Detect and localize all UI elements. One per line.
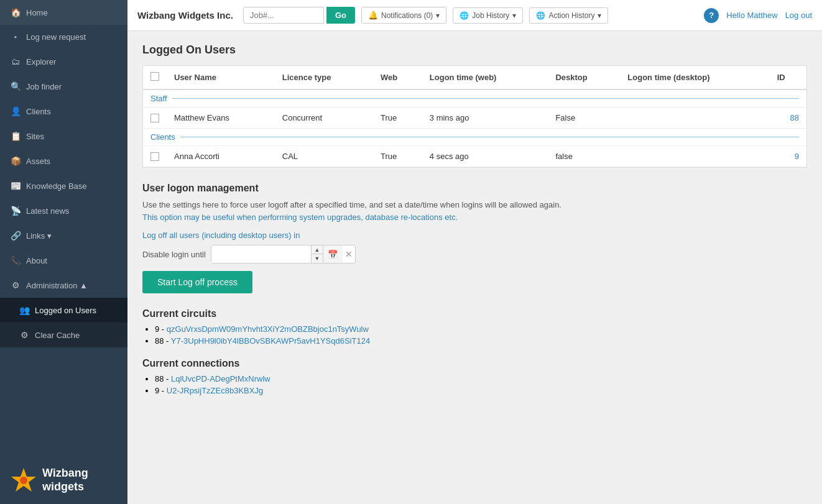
sidebar-item-knowledge-base[interactable]: 📰 Knowledge Base xyxy=(0,173,127,198)
desktop-matthew: False xyxy=(548,108,620,129)
links-icon: 🔗 xyxy=(10,231,21,241)
group-label-clients: Clients xyxy=(150,132,799,142)
col-desktop: Desktop xyxy=(548,66,620,89)
user-checkbox-anna[interactable] xyxy=(150,152,159,161)
job-search-input[interactable] xyxy=(243,7,324,24)
disable-login-label: Disable login until xyxy=(142,250,206,259)
sidebar-item-assets[interactable]: 📦 Assets xyxy=(0,149,127,173)
logon-mgmt-title: User logon management xyxy=(142,183,807,194)
group-label-staff: Staff xyxy=(150,94,799,103)
logon-desktop-matthew xyxy=(620,108,769,129)
spin-up-button[interactable]: ▲ xyxy=(312,245,323,254)
connection-item-88: 88 - LqlUvcPD-ADegPtMxNrwlw xyxy=(155,374,807,383)
header-right: ? Hello Matthew Log out xyxy=(704,8,812,23)
sidebar-item-administration[interactable]: ⚙ Administration ▲ xyxy=(0,273,127,298)
connections-list: 88 - LqlUvcPD-ADegPtMxNrwlw 9 - U2-JRpsi… xyxy=(142,374,807,395)
circuits-list: 9 - qzGuVrxsDpmW09mYhvht3XiY2mOBZBbjoc1n… xyxy=(142,324,807,346)
circuit-item-9: 9 - qzGuVrxsDpmW09mYhvht3XiY2mOBZBbjoc1n… xyxy=(155,324,807,334)
cache-gear-icon: ⚙ xyxy=(19,330,30,340)
bell-icon: 🔔 xyxy=(368,11,378,20)
select-all-checkbox[interactable] xyxy=(150,72,159,81)
col-id: ID xyxy=(770,66,806,89)
user-checkbox-matthew[interactable] xyxy=(150,114,159,122)
col-logon-web: Logon time (web) xyxy=(422,66,548,89)
folder-icon: 🗂 xyxy=(10,57,21,66)
clear-datetime-button[interactable]: ✕ xyxy=(343,245,355,263)
circuits-title: Current circuits xyxy=(142,308,807,319)
hello-user-link[interactable]: Hello Matthew xyxy=(726,11,777,20)
about-icon: 📞 xyxy=(10,255,21,265)
circuit-link-88[interactable]: Y7-3UpHH9l0ibY4lBBOvSBKAWPr5avH1YSqd6SiT… xyxy=(171,336,370,346)
spin-down-button[interactable]: ▼ xyxy=(312,254,323,263)
logout-link[interactable]: Log out xyxy=(785,11,812,20)
start-logoff-button[interactable]: Start Log off process xyxy=(142,271,252,293)
logoff-all-link[interactable]: Log off all users (including desktop use… xyxy=(142,231,807,240)
sidebar-item-explorer[interactable]: 🗂 Explorer xyxy=(0,49,127,74)
circuit-link-9[interactable]: qzGuVrxsDpmW09mYhvht3XiY2mOBZBbjoc1nTsyW… xyxy=(167,324,369,334)
logon-web-anna: 4 secs ago xyxy=(422,146,548,167)
job-history-button[interactable]: 🌐 Job History ▾ xyxy=(453,7,523,24)
col-logon-desktop: Logon time (desktop) xyxy=(620,66,769,89)
current-connections-section: Current connections 88 - LqlUvcPD-ADegPt… xyxy=(142,358,807,395)
sidebar-item-links[interactable]: 🔗 Links ▾ xyxy=(0,223,127,248)
assets-icon: 📦 xyxy=(10,156,21,166)
sidebar-item-clear-cache[interactable]: ⚙ Clear Cache xyxy=(0,323,127,347)
datetime-input-wrapper: ▲ ▼ 📅 ✕ xyxy=(211,245,356,263)
logged-on-users-table: User Name Licence type Web Logon time (w… xyxy=(142,65,807,168)
users-icon: 👥 xyxy=(19,305,30,315)
go-button[interactable]: Go xyxy=(326,7,355,24)
sidebar-item-sites[interactable]: 📋 Sites xyxy=(0,124,127,149)
person-icon: 👤 xyxy=(10,106,21,116)
circuit-item-88: 88 - Y7-3UpHH9l0ibY4lBBOvSBKAWPr5avH1YSq… xyxy=(155,336,807,346)
group-staff: Staff xyxy=(143,89,806,108)
logon-management-section: User logon management Use the settings h… xyxy=(142,183,807,293)
main-area: Wizbang Widgets Inc. Go 🔔 Notifications … xyxy=(127,0,822,504)
current-circuits-section: Current circuits 9 - qzGuVrxsDpmW09mYhvh… xyxy=(142,308,807,346)
connection-item-9: 9 - U2-JRpsijTzZEc8b3KBXJg xyxy=(155,386,807,395)
id-matthew: 88 xyxy=(770,108,806,129)
circle-icon: ● xyxy=(10,34,21,40)
sidebar-item-clients[interactable]: 👤 Clients xyxy=(0,99,127,124)
sidebar-item-logged-on-users[interactable]: 👥 Logged on Users xyxy=(0,298,127,323)
home-icon: 🏠 xyxy=(10,7,21,17)
col-web: Web xyxy=(373,66,422,89)
datetime-input[interactable] xyxy=(211,245,311,263)
sidebar-submenu: 👥 Logged on Users ⚙ Clear Cache xyxy=(0,298,127,347)
logon-desktop-anna xyxy=(620,146,769,167)
connection-link-9[interactable]: U2-JRpsijTzZEc8b3KBXJg xyxy=(167,386,263,395)
licence-matthew: Concurrent xyxy=(275,108,373,129)
sidebar-item-log-new-request[interactable]: ● Log new request xyxy=(0,25,127,49)
notifications-button[interactable]: 🔔 Notifications (0) ▾ xyxy=(361,7,446,24)
logon-mgmt-desc2: This option may be useful when performin… xyxy=(142,211,807,224)
action-history-icon: 🌐 xyxy=(536,11,545,20)
svg-point-1 xyxy=(20,477,27,484)
spin-buttons: ▲ ▼ xyxy=(311,245,323,263)
calendar-button[interactable]: 📅 xyxy=(323,245,343,263)
table-row: Matthew Evans Concurrent True 3 mins ago… xyxy=(143,108,806,129)
action-history-button[interactable]: 🌐 Action History ▾ xyxy=(529,7,608,24)
help-button[interactable]: ? xyxy=(704,8,719,23)
search-icon: 🔍 xyxy=(10,81,21,91)
sidebar-item-job-finder[interactable]: 🔍 Job finder xyxy=(0,74,127,99)
table-row: Anna Accorti CAL True 4 secs ago false 9 xyxy=(143,146,806,167)
web-matthew: True xyxy=(373,108,422,129)
page-content: Logged On Users User Name Licence type W… xyxy=(127,31,822,504)
user-name-anna: Anna Accorti xyxy=(167,146,275,167)
search-bar: Go xyxy=(243,7,355,24)
id-anna: 9 xyxy=(770,146,806,167)
logo-text-line1: Wizbang xyxy=(42,467,88,480)
admin-gear-icon: ⚙ xyxy=(10,280,21,290)
sidebar-item-home[interactable]: 🏠 Home xyxy=(0,0,127,25)
connection-link-88[interactable]: LqlUvcPD-ADegPtMxNrwlw xyxy=(171,374,270,383)
group-clients: Clients xyxy=(143,129,806,146)
logo-text-line2: widgets xyxy=(42,480,88,494)
logon-mgmt-desc1: Use the settings here to force user logo… xyxy=(142,199,807,211)
sidebar-item-latest-news[interactable]: 📡 Latest news xyxy=(0,198,127,223)
sidebar-logo: Wizbang widgets xyxy=(0,457,127,504)
sidebar-item-about[interactable]: 📞 About xyxy=(0,248,127,273)
disable-login-row: Disable login until ▲ ▼ 📅 ✕ xyxy=(142,245,807,263)
brand-name: Wizbang Widgets Inc. xyxy=(137,10,233,21)
job-history-icon: 🌐 xyxy=(459,11,469,20)
licence-anna: CAL xyxy=(275,146,373,167)
header: Wizbang Widgets Inc. Go 🔔 Notifications … xyxy=(127,0,822,31)
